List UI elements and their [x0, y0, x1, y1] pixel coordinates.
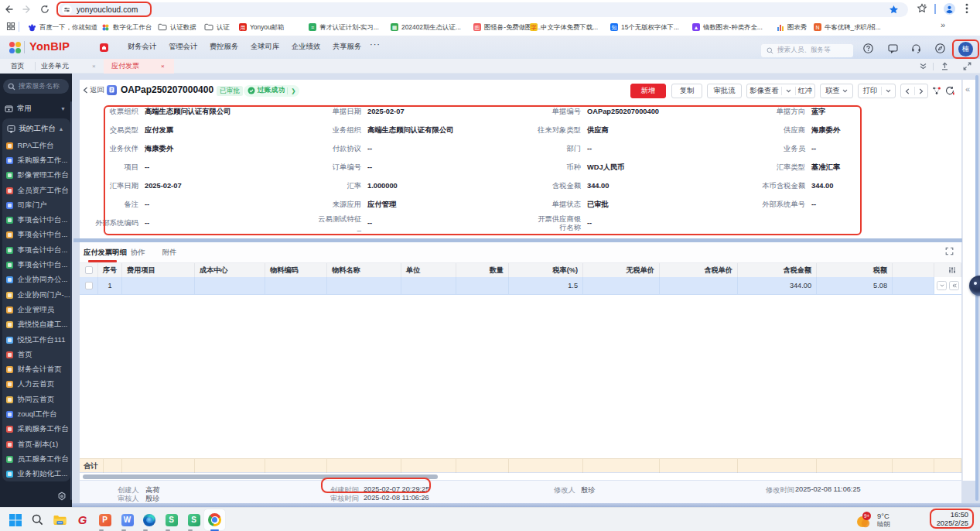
taskbar-edge[interactable] — [138, 509, 159, 530]
grid-cell[interactable]: 1.5 — [509, 277, 583, 295]
grid-cell[interactable] — [401, 277, 456, 295]
bookmark-item[interactable]: 百度一下，你就知道 — [28, 21, 97, 33]
sidebar-item[interactable]: 龚悦悦自建工... — [2, 317, 70, 332]
bookmark-item[interactable]: 知15个无版权字体下... — [610, 21, 679, 33]
back-button[interactable]: 返回 — [83, 85, 104, 95]
grid-header-cell[interactable] — [893, 263, 934, 277]
bookmark-item[interactable]: 认证 — [204, 21, 230, 33]
sidebar-item[interactable]: 影像管理工作台 — [2, 168, 70, 183]
support-headset-icon[interactable] — [910, 43, 922, 55]
approval-flow-button[interactable]: 审批流 — [707, 84, 742, 98]
bookmark-star-icon[interactable] — [889, 5, 899, 15]
close-tab-icon[interactable]: × — [161, 63, 165, 70]
message-icon[interactable] — [886, 43, 899, 55]
taskbar-file-explorer[interactable] — [50, 509, 70, 530]
taskbar-search-button[interactable] — [27, 509, 48, 530]
sidebar-item[interactable]: 事项会计中台... — [2, 258, 70, 272]
nav-item[interactable]: 费控服务 — [210, 42, 241, 52]
browser-profile-avatar[interactable] — [944, 3, 955, 15]
bookmark-item[interactable]: N牛客优聘_求职/招... — [814, 21, 881, 33]
home-icon[interactable] — [100, 43, 108, 52]
grid-header-cell[interactable]: 含税单价 — [660, 263, 738, 277]
sidebar-settings-gear-icon[interactable] — [57, 492, 67, 501]
grid-cell[interactable] — [583, 277, 660, 295]
image-view-button[interactable]: 影像查看 — [747, 84, 781, 98]
nav-item[interactable]: 全球司库 — [251, 42, 282, 52]
bookmark-item[interactable]: ≡菁才认证计划-实习... — [309, 21, 379, 33]
grid-cell[interactable] — [660, 277, 738, 295]
module-tab-business-unit[interactable]: 业务单元× — [36, 59, 103, 74]
grid-cell[interactable] — [122, 277, 195, 295]
address-bar[interactable]: yonyoucloud.com — [59, 2, 908, 17]
grid-header-cell[interactable]: 无税单价 — [583, 263, 660, 277]
column-settings-icon[interactable] — [948, 266, 956, 274]
grid-header-cell[interactable]: 数量 — [456, 263, 509, 277]
nav-item[interactable]: 财务会计 — [128, 42, 159, 52]
grid-cell[interactable] — [934, 277, 961, 295]
row-collapse-button[interactable] — [949, 281, 959, 290]
sidebar-item[interactable]: 悦悦工作台111 — [2, 332, 70, 347]
nav-item[interactable]: 共享服务 — [333, 42, 364, 52]
sidebar-search-box[interactable]: 搜索服务名称 — [3, 79, 69, 94]
grid-header-cell[interactable]: 序号 — [98, 263, 122, 277]
sidebar-section-my-workbench[interactable]: 我的工作台▲ — [2, 121, 70, 136]
row-checkbox[interactable] — [85, 282, 93, 289]
sidebar-item[interactable]: 事项会计中台... — [2, 228, 70, 242]
taskbar-app-g[interactable]: G — [72, 509, 93, 530]
bookmark-item[interactable]: ▦202402期生态认证... — [391, 21, 461, 33]
copy-button[interactable]: 复制 — [671, 84, 702, 98]
apps-grid-icon[interactable] — [6, 22, 15, 31]
taskbar-wps-spreadsheet-1[interactable]: S — [161, 509, 182, 530]
grid-cell[interactable]: 5.08 — [817, 277, 893, 295]
bookmark-item[interactable]: 认证数据 — [158, 21, 196, 33]
tabs-expand-icon[interactable] — [919, 62, 927, 70]
sidebar-item[interactable]: 事项会计中台... — [2, 213, 70, 228]
collapse-right-panel-icon[interactable]: « — [965, 85, 970, 94]
sidebar-item[interactable]: 业务初始化工... — [2, 467, 70, 481]
select-all-checkbox[interactable] — [85, 266, 93, 274]
relation-graph-icon[interactable] — [932, 86, 941, 95]
browser-forward-button[interactable] — [20, 2, 34, 16]
bookmark-item[interactable]: 图表秀 — [777, 21, 807, 33]
grid-header-cell[interactable]: 税额 — [817, 263, 893, 277]
grid-cell[interactable] — [80, 277, 98, 295]
sidebar-item[interactable]: 首页 — [2, 348, 70, 362]
sidebar-item[interactable]: 采购服务工作台 — [2, 422, 70, 437]
browser-back-button[interactable] — [2, 2, 15, 16]
previous-record-button[interactable] — [901, 84, 914, 98]
sidebar-item[interactable]: 全员资产工作台 — [2, 183, 70, 197]
grid-header-cell[interactable]: 税率(%) — [509, 263, 583, 277]
bookmark-item[interactable]: 数字化工作台 — [101, 21, 152, 33]
grid-tab-attachment[interactable]: 附件 — [162, 248, 177, 258]
sidebar-item[interactable]: 财务会计首页 — [2, 362, 70, 377]
browser-menu-button[interactable] — [965, 3, 968, 14]
grid-cell[interactable] — [195, 277, 265, 295]
header-search-box[interactable]: 搜索人员、服务等 — [761, 44, 853, 57]
next-record-button[interactable] — [914, 84, 927, 98]
taskbar-start-button[interactable] — [5, 509, 26, 530]
grid-header-cell[interactable]: 含税金额 — [738, 263, 817, 277]
compass-icon[interactable] — [934, 43, 946, 55]
red-flush-button[interactable]: 红冲 — [796, 84, 814, 98]
taskbar-wps-writer[interactable]: W — [117, 509, 138, 530]
add-button[interactable]: 新增 — [630, 84, 666, 98]
grid-tab-detail[interactable]: 应付发票明细 — [84, 248, 127, 258]
grid-cell[interactable]: 344.00 — [738, 277, 817, 295]
grid-cell[interactable] — [893, 277, 934, 295]
taskbar-wps-presentation[interactable]: P — [94, 509, 115, 530]
sidebar-item[interactable]: 协同云首页 — [2, 392, 70, 407]
bookmark-item[interactable]: 用Yonyou邮箱 — [239, 21, 284, 33]
taskbar-wps-spreadsheet-2[interactable]: S — [183, 509, 204, 530]
row-expand-button[interactable] — [937, 281, 947, 290]
help-icon[interactable] — [862, 43, 874, 55]
close-tab-icon[interactable]: × — [92, 63, 96, 70]
grid-header-cell[interactable]: 费用项目 — [122, 263, 195, 277]
grid-header-cell[interactable] — [934, 263, 961, 277]
sidebar-item[interactable]: 司库门户 — [2, 198, 70, 213]
sidebar-item[interactable]: 事项会计中台... — [2, 243, 70, 258]
grid-header-cell[interactable]: 物料编码 — [265, 263, 327, 277]
bookmark-item[interactable]: ▲镝数图表-种类齐全... — [692, 21, 763, 33]
sidebar-item[interactable]: zouql工作台 — [2, 407, 70, 422]
grid-expand-icon[interactable] — [945, 247, 954, 255]
grid-cell[interactable] — [327, 277, 401, 295]
